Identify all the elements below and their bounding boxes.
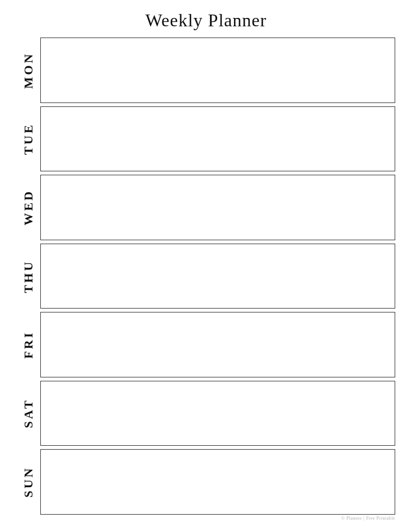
- day-box-tuesday[interactable]: [40, 106, 395, 172]
- day-box-thursday[interactable]: [40, 244, 395, 309]
- day-box-friday[interactable]: [40, 312, 395, 377]
- day-label-sunday: SUN: [17, 449, 40, 515]
- day-label-wednesday: WED: [17, 175, 40, 240]
- day-row-tuesday: TUE: [17, 106, 395, 172]
- day-label-tuesday: TUE: [17, 106, 40, 172]
- day-label-saturday: SAT: [17, 381, 40, 446]
- day-row-sunday: SUN: [17, 449, 395, 515]
- day-box-sunday[interactable]: [40, 449, 395, 515]
- day-box-wednesday[interactable]: [40, 175, 395, 240]
- day-row-wednesday: WED: [17, 175, 395, 240]
- watermark: © Planner | Free Printable: [17, 515, 395, 521]
- day-box-saturday[interactable]: [40, 381, 395, 446]
- day-row-saturday: SAT: [17, 381, 395, 446]
- day-label-monday: MON: [17, 38, 40, 103]
- days-container: MONTUEWEDTHUFRISATSUN: [17, 38, 395, 515]
- day-box-monday[interactable]: [40, 38, 395, 103]
- day-row-friday: FRI: [17, 312, 395, 377]
- day-label-friday: FRI: [17, 312, 40, 377]
- page-title: Weekly Planner: [17, 6, 395, 38]
- weekly-planner-page: Weekly Planner MONTUEWEDTHUFRISATSUN © P…: [0, 0, 412, 532]
- day-row-thursday: THU: [17, 244, 395, 309]
- day-row-monday: MON: [17, 38, 395, 103]
- day-label-thursday: THU: [17, 244, 40, 309]
